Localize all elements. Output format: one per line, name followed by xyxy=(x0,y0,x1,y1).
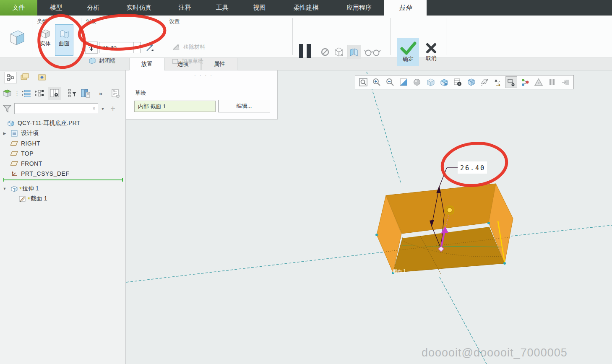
menu-tab-tools[interactable]: 工具 xyxy=(203,0,241,16)
tree-item-right-plane[interactable]: RIGHT xyxy=(0,138,125,148)
section-label-on-model: 截面 1 xyxy=(393,268,406,273)
menu-tab-file[interactable]: 文件 xyxy=(0,0,37,16)
datum-display-icon[interactable] xyxy=(479,76,490,88)
search-options-dropdown[interactable]: ▾ xyxy=(98,107,107,111)
tree-item-design-items[interactable]: ▶ 设计项 xyxy=(0,128,125,138)
thicken-sketch-checkbox[interactable]: 加厚草绘 xyxy=(172,57,203,65)
remove-material-icon xyxy=(172,43,180,51)
shading-icon[interactable] xyxy=(411,76,423,88)
datum-plane-icon xyxy=(9,151,19,156)
ok-button[interactable]: 确定 xyxy=(397,38,419,66)
wireframe-preview-icon[interactable] xyxy=(333,47,345,57)
tree-root-part[interactable]: QCY-T11-耳机底座.PRT xyxy=(0,118,125,128)
tree-search-input[interactable]: × xyxy=(14,103,98,114)
add-filter-button[interactable]: + xyxy=(107,104,118,114)
menu-tab-extrude-active[interactable]: 拉伸 xyxy=(384,0,427,16)
collapse-arrow-icon[interactable]: ▼ xyxy=(0,187,9,191)
sketch-collector-field[interactable]: 内部 截面 1 xyxy=(134,101,216,112)
tree-settings-button[interactable] xyxy=(79,88,92,98)
tree-item-front-plane[interactable]: FRONT xyxy=(0,159,125,169)
zoom-out-icon[interactable] xyxy=(384,76,396,88)
spin-center-icon[interactable] xyxy=(519,76,531,88)
surface-type-button[interactable]: 曲面 xyxy=(55,24,73,56)
capped-ends-toggle[interactable]: 封闭端 xyxy=(88,57,115,65)
flip-direction-button[interactable] xyxy=(143,42,156,54)
expand-arrow-icon[interactable]: ▶ xyxy=(0,131,9,135)
cancel-x-icon xyxy=(425,42,438,55)
show-button[interactable] xyxy=(0,88,14,98)
menu-tab-annotate[interactable]: 注释 xyxy=(166,0,203,16)
exit-icon[interactable] xyxy=(560,76,571,88)
pause-display-icon[interactable] xyxy=(546,76,558,88)
layer-tree-tab[interactable] xyxy=(20,73,29,83)
remove-material-toggle[interactable]: 移除材料 xyxy=(172,43,205,51)
tree-feature-extrude[interactable]: ▼ * 拉伸 1 xyxy=(0,184,125,194)
regenerate-marker: * xyxy=(19,185,22,192)
simulate-warning-icon[interactable] xyxy=(533,76,544,88)
cancel-button[interactable]: 取消 xyxy=(421,38,442,66)
depth-dropdown-arrow[interactable]: ▼ xyxy=(133,42,141,53)
favorites-folder-tab[interactable] xyxy=(38,73,46,82)
depth-option-button[interactable] xyxy=(85,42,98,54)
model-tree-tab[interactable] xyxy=(4,72,17,83)
menu-tab-applications[interactable]: 应用程序 xyxy=(334,0,384,16)
saved-views-icon[interactable] xyxy=(438,76,450,88)
tree-search-text[interactable] xyxy=(15,104,90,113)
depth-group-label: 深度 xyxy=(86,18,96,25)
tree-columns-button[interactable] xyxy=(48,87,61,99)
edit-sketch-button[interactable]: 编辑... xyxy=(218,100,270,112)
depth-dimension-label[interactable]: 26.40 xyxy=(458,161,487,174)
menu-tab-live-sim[interactable]: 实时仿真 xyxy=(112,0,166,16)
zoom-refit-icon[interactable] xyxy=(357,76,369,88)
pause-feature-button[interactable] xyxy=(299,44,314,59)
tab-placement[interactable]: 放置 xyxy=(129,58,164,70)
tree-columns-eye-icon xyxy=(49,88,60,98)
datum-plane-icon xyxy=(9,140,19,146)
view-manager-icon[interactable] xyxy=(452,76,464,88)
collapse-all-icon xyxy=(34,89,44,97)
extrude-dashboard-ribbon: 类型 实体 曲面 深度 xyxy=(0,16,612,58)
info-doc-button[interactable] xyxy=(109,88,122,98)
tree-feature-section[interactable]: * 截面 1 xyxy=(0,194,125,204)
solid-type-button[interactable]: 实体 xyxy=(36,25,55,55)
sketch-label: 草绘 xyxy=(135,89,146,97)
repaint-icon[interactable] xyxy=(398,76,409,88)
menu-tab-flexible-modeling[interactable]: 柔性建模 xyxy=(278,0,334,16)
model-tree: QCY-T11-耳机底座.PRT ▶ 设计项 RIGHT xyxy=(0,118,125,204)
depth-value-field[interactable]: 26.40 ▼ xyxy=(99,42,141,53)
tree-item-csys[interactable]: PRT_CSYS_DEF xyxy=(0,169,125,179)
no-preview-icon[interactable] xyxy=(320,47,330,57)
info-doc-icon xyxy=(111,88,120,98)
tree-item-top-plane[interactable]: TOP xyxy=(0,148,125,159)
insert-here-indicator[interactable] xyxy=(3,179,123,180)
clear-search-icon[interactable]: × xyxy=(90,106,98,112)
more-tools-chevrons[interactable]: » xyxy=(92,90,109,97)
expand-all-button[interactable] xyxy=(19,89,33,97)
display-style-icon[interactable] xyxy=(425,76,437,88)
menu-bar: 文件 模型 分析 实时仿真 注释 工具 视图 柔性建模 应用程序 拉伸 xyxy=(0,0,612,16)
settings-group-label: 设置 xyxy=(169,18,180,25)
panel-drag-handle[interactable]: · · · · xyxy=(194,73,213,78)
menu-tab-analysis[interactable]: 分析 xyxy=(75,0,112,16)
menu-tab-model[interactable]: 模型 xyxy=(37,0,75,16)
zoom-in-icon[interactable] xyxy=(371,76,383,88)
extrude-feature-tree-icon xyxy=(9,185,19,192)
annotation-display-icon[interactable] xyxy=(492,76,504,88)
show-cube-icon xyxy=(2,88,12,98)
depth-value: 26.40 xyxy=(99,44,133,51)
tree-filter-button[interactable] xyxy=(65,88,79,98)
glasses-verify-icon[interactable] xyxy=(364,48,381,56)
tab-properties[interactable]: 属性 xyxy=(201,58,237,70)
menu-tab-view[interactable]: 视图 xyxy=(241,0,278,16)
filter-funnel-icon xyxy=(0,104,14,113)
show-annotations-icon[interactable] xyxy=(505,76,517,88)
collapse-all-button[interactable] xyxy=(33,89,46,97)
attached-preview-button[interactable] xyxy=(347,45,361,59)
toolbar-grip: ⋮ xyxy=(14,90,19,96)
perspective-icon[interactable] xyxy=(465,76,477,88)
datum-plane-icon xyxy=(9,161,19,166)
sketch-feature-icon xyxy=(18,195,28,202)
placement-panel: · · · · 草绘 内部 截面 1 编辑... xyxy=(126,70,278,120)
extrude-feature-icon xyxy=(6,28,26,47)
regenerate-marker: * xyxy=(28,195,30,203)
